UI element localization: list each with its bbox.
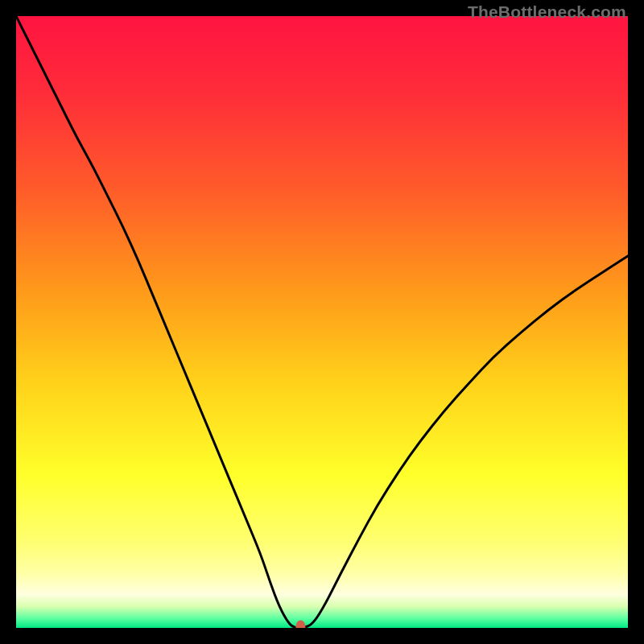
watermark-text: TheBottleneck.com [468,2,626,22]
chart-stage: TheBottleneck.com [0,0,644,644]
plot-area [16,16,628,628]
bottleneck-curve [16,16,628,628]
